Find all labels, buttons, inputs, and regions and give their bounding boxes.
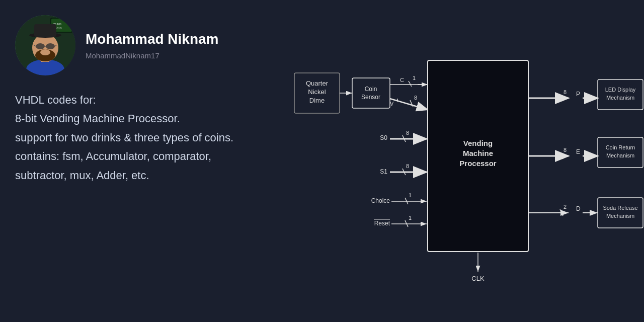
profile-section: 01101 10010 <box>15 15 257 75</box>
description: VHDL codes for: 8-bit Vending Machine Pr… <box>15 91 257 185</box>
svg-text:8: 8 <box>564 147 567 153</box>
svg-text:Nickel: Nickel <box>308 88 326 96</box>
svg-text:V: V <box>390 101 394 107</box>
svg-text:2: 2 <box>564 204 567 210</box>
svg-text:D: D <box>576 205 581 212</box>
svg-text:8: 8 <box>406 163 409 169</box>
svg-text:Dime: Dime <box>309 97 325 104</box>
svg-line-31 <box>390 99 428 110</box>
profile-handle: MohammadNiknam17 <box>86 51 219 60</box>
svg-text:E: E <box>576 148 580 155</box>
svg-text:Mechanism: Mechanism <box>606 152 634 158</box>
svg-text:Coin Return: Coin Return <box>606 144 635 150</box>
svg-line-29 <box>409 81 412 87</box>
svg-text:Choice: Choice <box>371 197 390 204</box>
profile-name: Mohammad Niknam <box>86 31 219 47</box>
svg-text:S0: S0 <box>380 134 387 141</box>
svg-text:8: 8 <box>414 95 417 101</box>
desc-line2: 8-bit Vending Machine Processor. <box>15 109 257 128</box>
svg-rect-24 <box>352 78 390 108</box>
svg-text:Processor: Processor <box>459 159 497 168</box>
svg-rect-9 <box>34 24 56 37</box>
svg-text:LED Display: LED Display <box>605 87 636 93</box>
svg-line-34 <box>410 100 413 107</box>
circuit-diagram: Quarter Nickel Dime Coin Sensor C 1 V 8 … <box>262 0 644 322</box>
svg-point-10 <box>36 43 45 49</box>
svg-text:Soda Release: Soda Release <box>603 205 637 211</box>
desc-line1: VHDL codes for: <box>15 91 257 109</box>
svg-text:1: 1 <box>409 192 412 198</box>
svg-text:Quarter: Quarter <box>306 79 329 87</box>
svg-text:Coin: Coin <box>365 86 377 93</box>
svg-point-11 <box>46 43 55 49</box>
svg-text:1: 1 <box>409 215 412 221</box>
svg-text:S1: S1 <box>380 168 387 175</box>
desc-line3: support for two drinks & three types of … <box>15 128 257 147</box>
avatar: 01101 10010 <box>15 15 75 75</box>
svg-text:Reset: Reset <box>374 220 390 227</box>
svg-text:CLK: CLK <box>471 275 485 282</box>
svg-text:C: C <box>400 77 404 83</box>
svg-text:P: P <box>576 91 580 98</box>
svg-text:Mechanism: Mechanism <box>606 95 634 101</box>
diagram-section: Quarter Nickel Dime Coin Sensor C 1 V 8 … <box>262 0 644 322</box>
svg-text:Sensor: Sensor <box>361 94 380 101</box>
svg-text:8: 8 <box>564 89 567 95</box>
svg-text:Machine: Machine <box>463 149 493 157</box>
left-panel: 01101 10010 <box>15 15 257 185</box>
svg-text:1: 1 <box>413 75 416 81</box>
svg-text:Mechanism: Mechanism <box>606 213 634 219</box>
desc-line4: contains: fsm, Accumulator, comparator, … <box>15 147 257 185</box>
svg-text:8: 8 <box>406 130 409 136</box>
svg-point-16 <box>40 49 50 55</box>
profile-info: Mohammad Niknam MohammadNiknam17 <box>86 31 219 60</box>
svg-text:Vending: Vending <box>463 139 493 147</box>
